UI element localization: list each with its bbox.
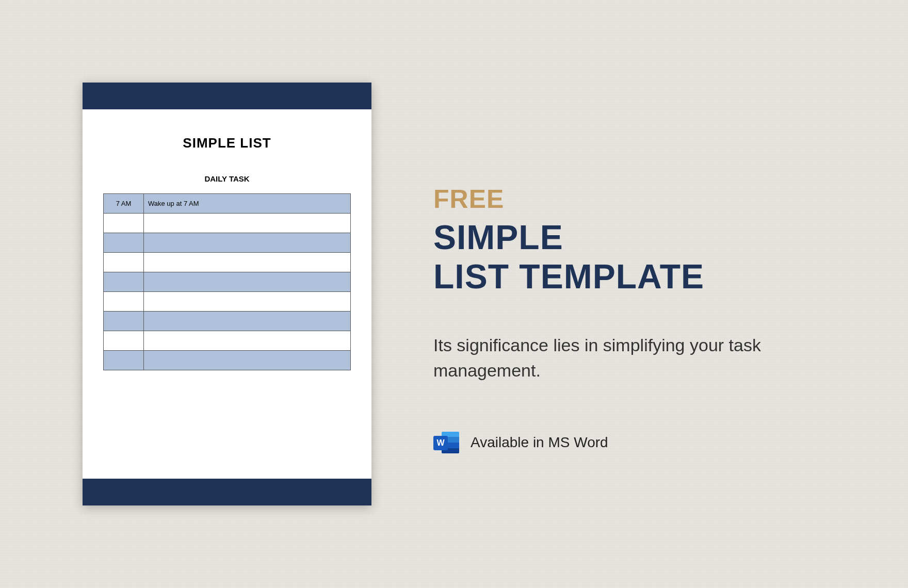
task-cell [144,233,351,253]
task-cell [144,272,351,292]
time-cell [104,272,144,292]
table-row [104,214,351,233]
time-cell [104,331,144,351]
table-row [104,351,351,370]
template-description: Its significance lies in simplifying you… [433,333,764,384]
task-cell [144,312,351,331]
ms-word-icon: W [433,430,459,455]
free-badge: FREE [433,184,867,214]
preview-top-band [83,83,371,109]
time-cell [104,233,144,253]
time-cell: 7 AM [104,194,144,214]
template-preview: SIMPLE LIST DAILY TASK 7 AMWake up at 7 … [83,83,371,505]
preview-bottom-band [83,479,371,505]
time-cell [104,214,144,233]
task-cell [144,292,351,312]
table-row: 7 AMWake up at 7 AM [104,194,351,214]
table-row [104,253,351,272]
template-title: SIMPLE LIST TEMPLATE [433,218,867,297]
time-cell [104,351,144,370]
preview-title: SIMPLE LIST [103,135,351,151]
table-row [104,292,351,312]
task-cell: Wake up at 7 AM [144,194,351,214]
time-cell [104,292,144,312]
preview-subtitle: DAILY TASK [103,174,351,183]
title-line-2: LIST TEMPLATE [433,257,867,297]
table-row [104,233,351,253]
task-table: 7 AMWake up at 7 AM [103,193,351,370]
table-row [104,312,351,331]
task-cell [144,253,351,272]
task-cell [144,351,351,370]
task-cell [144,331,351,351]
table-row [104,272,351,292]
time-cell [104,312,144,331]
preview-content: SIMPLE LIST DAILY TASK 7 AMWake up at 7 … [83,109,371,381]
time-cell [104,253,144,272]
task-cell [144,214,351,233]
table-row [104,331,351,351]
availability-row: W Available in MS Word [433,430,867,455]
word-letter: W [433,436,448,450]
title-line-1: SIMPLE [433,218,867,257]
info-panel: FREE SIMPLE LIST TEMPLATE Its significan… [433,133,867,455]
availability-text: Available in MS Word [471,434,608,451]
